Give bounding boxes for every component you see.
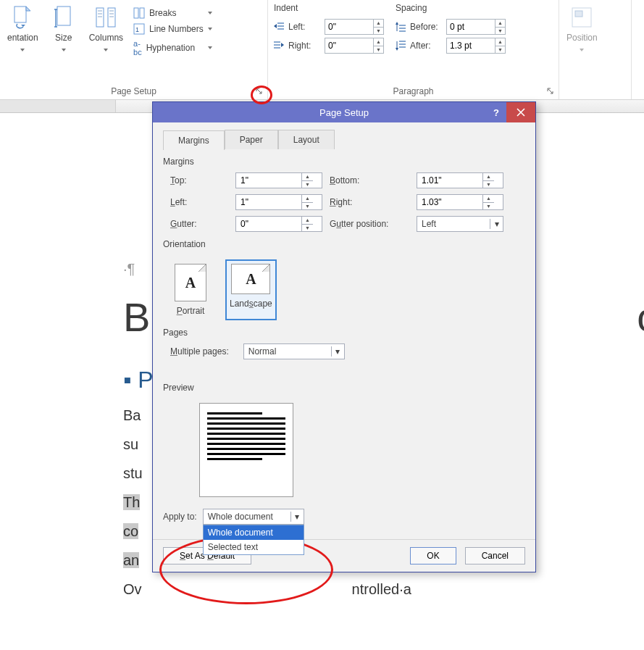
svg-marker-22	[281, 43, 284, 47]
group-arrange: Position	[559, 0, 632, 99]
gutter-input[interactable]: ▲▼	[235, 216, 322, 232]
pages-section-header: Pages	[163, 320, 525, 343]
chevron-down-icon: ▾	[290, 512, 304, 522]
dialog-title: Page Setup	[319, 107, 369, 118]
line-numbers-icon: 1	[133, 23, 145, 35]
margin-right-label: Right:	[330, 197, 409, 207]
multiple-pages-combo[interactable]: Normal▾	[243, 343, 345, 359]
orientation-button[interactable]: entation	[4, 3, 41, 53]
svg-rect-12	[140, 8, 144, 18]
apply-to-combo[interactable]: Whole document▾	[203, 509, 304, 525]
preview-thumbnail	[199, 403, 293, 497]
margin-bottom-input[interactable]: ▲▼	[417, 172, 503, 188]
spacing-header: Spacing	[394, 3, 506, 13]
margin-left-input[interactable]: ▲▼	[235, 194, 322, 210]
page-setup-dialog-launcher[interactable]	[254, 86, 264, 96]
title-frag-left: B	[123, 294, 150, 340]
margin-top-label: Top:	[170, 175, 228, 186]
svg-rect-2	[57, 7, 70, 25]
position-icon	[569, 4, 595, 30]
orientation-section-header: Orientation	[163, 232, 525, 255]
indent-left-input[interactable]: ▲▼	[325, 19, 384, 35]
columns-button[interactable]: Columns	[86, 3, 126, 53]
title-frag-right: ous¶	[637, 294, 644, 340]
landscape-label: Landscape	[230, 299, 272, 309]
svg-marker-18	[274, 24, 277, 28]
apply-option-whole-document[interactable]: Whole document	[204, 525, 304, 540]
spacing-before-label: Before:	[410, 22, 443, 32]
ok-button[interactable]: OK	[410, 547, 456, 564]
apply-option-selected-text[interactable]: Selected text	[204, 540, 304, 554]
chevron-down-icon	[20, 49, 25, 51]
line-numbers-button[interactable]: 1 Line Numbers	[130, 22, 215, 36]
spinner-down-icon[interactable]: ▼	[495, 28, 505, 35]
group-paragraph: Indent Left: ▲▼ Right: ▲▼ Spacing	[268, 0, 559, 99]
apply-to-dropdown-list: Whole document Selected text	[203, 525, 304, 555]
size-button[interactable]: Size	[46, 3, 82, 53]
portrait-option[interactable]: A Portrait	[170, 259, 211, 320]
margin-bottom-label: Bottom:	[330, 175, 409, 186]
svg-marker-26	[396, 22, 398, 25]
portrait-label: Portrait	[177, 306, 205, 316]
dialog-titlebar[interactable]: Page Setup ?	[153, 102, 535, 122]
columns-icon	[93, 4, 119, 30]
group-label-paragraph: Paragraph	[272, 83, 554, 98]
indent-right-icon	[272, 39, 285, 52]
hyphenation-label: Hyphenation	[146, 43, 195, 53]
spacing-after-label: After:	[410, 41, 443, 51]
margin-left-label: Left:	[170, 197, 228, 207]
chevron-down-icon: ▾	[331, 346, 344, 357]
help-button[interactable]: ?	[486, 102, 506, 122]
page-setup-dialog: Page Setup ? Margins Paper Layout Margin…	[152, 101, 536, 572]
spacing-before-input[interactable]: ▲▼	[446, 19, 506, 35]
svg-marker-1	[21, 25, 25, 27]
spacing-after-icon	[394, 39, 407, 52]
orientation-label: entation	[7, 33, 38, 43]
paragraph-dialog-launcher[interactable]	[545, 86, 556, 96]
margin-top-input[interactable]: ▲▼	[235, 172, 322, 188]
gutter-position-combo[interactable]: Left▾	[417, 216, 503, 232]
margin-right-input[interactable]: ▲▼	[417, 194, 503, 210]
indent-left-icon	[272, 20, 285, 33]
page-size-icon	[51, 4, 77, 30]
breaks-icon	[133, 7, 145, 19]
spacing-after-input[interactable]: ▲▼	[446, 38, 506, 54]
cancel-button[interactable]: Cancel	[465, 547, 525, 564]
spacing-before-icon	[394, 20, 407, 33]
indent-right-input[interactable]: ▲▼	[325, 38, 384, 54]
breaks-button[interactable]: Breaks	[130, 6, 215, 20]
chevron-down-icon	[580, 49, 584, 51]
tab-layout[interactable]: Layout	[278, 130, 335, 149]
line-numbers-label: Line Numbers	[149, 24, 204, 34]
svg-rect-0	[14, 7, 26, 22]
close-button[interactable]	[506, 102, 535, 122]
group-page-setup: entation Size Columns Break	[0, 0, 268, 99]
indent-right-label: Right:	[288, 41, 322, 51]
breaks-label: Breaks	[149, 8, 176, 18]
ribbon: entation Size Columns Break	[0, 0, 644, 100]
chevron-down-icon	[104, 49, 108, 51]
position-button[interactable]: Position	[564, 3, 601, 53]
hyphenation-button[interactable]: a-bc Hyphenation	[130, 38, 215, 58]
spinner-up-icon[interactable]: ▲	[374, 20, 383, 28]
margins-section-header: Margins	[163, 149, 525, 172]
spinner-down-icon[interactable]: ▼	[374, 46, 383, 54]
size-label: Size	[55, 33, 72, 43]
indent-left-label: Left:	[288, 22, 322, 32]
tab-strip: Margins Paper Layout	[163, 130, 525, 149]
spinner-up-icon[interactable]: ▲	[495, 38, 505, 46]
tab-margins[interactable]: Margins	[163, 130, 225, 150]
chevron-down-icon	[62, 49, 66, 51]
spinner-down-icon[interactable]: ▼	[495, 46, 505, 54]
preview-section-header: Preview	[163, 375, 525, 399]
svg-marker-31	[396, 48, 398, 51]
multiple-pages-label: Multiple pages:	[170, 346, 229, 357]
spinner-up-icon[interactable]: ▲	[374, 38, 383, 46]
spinner-up-icon[interactable]: ▲	[495, 20, 505, 28]
tab-paper[interactable]: Paper	[225, 130, 278, 149]
chevron-down-icon: ▾	[490, 219, 503, 229]
spinner-down-icon[interactable]: ▼	[374, 28, 383, 35]
svg-text:1: 1	[135, 26, 139, 33]
landscape-option[interactable]: A Landscape	[225, 259, 277, 320]
columns-label: Columns	[89, 33, 123, 43]
